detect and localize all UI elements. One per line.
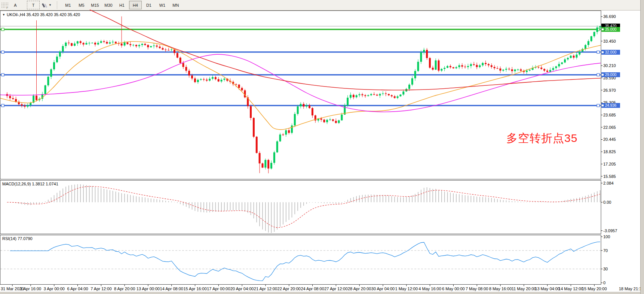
hline-box-marker bbox=[602, 28, 604, 30]
hline-marker[interactable] bbox=[597, 51, 599, 54]
time-label: 14 May 12:00 bbox=[558, 287, 583, 291]
time-label: 27 Apr 12:00 bbox=[324, 287, 347, 291]
time-label: 1 May 12:00 bbox=[395, 287, 418, 291]
window-bottom-strip bbox=[0, 292, 644, 294]
time-label: 28 Apr 20:00 bbox=[348, 287, 371, 291]
hline-box-marker bbox=[602, 51, 604, 53]
chart-text-annotation[interactable]: 多空转折点35 bbox=[506, 131, 577, 146]
time-label: 15 May 20:00 bbox=[582, 287, 607, 291]
symbol-header[interactable]: ▼UKOil-,H4 35.420 35.420 35.420 35.420 bbox=[2, 12, 80, 17]
time-label: 7 May 08:00 bbox=[466, 287, 488, 291]
symbol-dropdown-icon[interactable]: ▼ bbox=[2, 13, 5, 16]
time-label: 8 May 16:00 bbox=[489, 287, 512, 291]
hline-marker[interactable] bbox=[1, 51, 4, 54]
price-tick: 17.205 bbox=[603, 162, 616, 166]
rsi-line bbox=[10, 242, 600, 281]
price-tick: 33.450 bbox=[603, 39, 616, 43]
time-label: 13 May 04:00 bbox=[535, 287, 560, 291]
price-tick: 23.685 bbox=[603, 113, 616, 117]
candles bbox=[6, 16, 601, 173]
ma-fast-orange bbox=[0, 42, 601, 130]
hline-box-marker bbox=[602, 74, 604, 76]
price-tick: 15.585 bbox=[603, 174, 616, 179]
time-label: 6 Apr 04:00 bbox=[67, 287, 88, 291]
time-label: 4 May 16:00 bbox=[418, 287, 441, 291]
time-label: 20 Apr 04:00 bbox=[230, 287, 254, 291]
time-label: 22 Apr 20:00 bbox=[277, 287, 301, 291]
macd-tick: 0.00 bbox=[603, 200, 611, 204]
price-box-35.000: 35.000 bbox=[601, 27, 620, 32]
time-label: 6 May 00:00 bbox=[442, 287, 465, 291]
time-label: 8 Apr 20:00 bbox=[114, 287, 135, 291]
time-label: 7 Apr 12:00 bbox=[91, 287, 111, 291]
macd-signal-line bbox=[7, 187, 600, 228]
price-tick: 26.970 bbox=[603, 88, 616, 93]
price-tick: 30.210 bbox=[603, 63, 616, 68]
mt4-terminal: F A T ▼ M1 M5 M15 M30 H1 H4 D1 W1 MN ▼UK… bbox=[0, 0, 644, 294]
time-label: 30 Apr 04:00 bbox=[371, 287, 395, 291]
time-label: 21 Apr 12:00 bbox=[254, 287, 277, 291]
macd-label: MACD(12,26,9) 1.3812 1.0741 bbox=[2, 182, 58, 186]
price-tick: 20.445 bbox=[603, 137, 616, 142]
price-box-29.000: 29.000 bbox=[601, 72, 620, 77]
price-tick: 18.825 bbox=[603, 149, 616, 154]
rsi-tick: 100 bbox=[603, 234, 610, 239]
time-label: 17 Apr 00:00 bbox=[207, 287, 230, 291]
chart-canvas[interactable] bbox=[0, 0, 644, 294]
hline-marker[interactable] bbox=[597, 73, 599, 76]
rsi-tick: 70 bbox=[603, 248, 608, 253]
time-label: 1 Apr 16:00 bbox=[20, 287, 41, 291]
hline-marker[interactable] bbox=[1, 104, 4, 107]
rsi-label: RSI(14) 77.0790 bbox=[2, 236, 33, 241]
hline-marker[interactable] bbox=[1, 73, 4, 76]
price-box-24.936: 24.936 bbox=[601, 103, 620, 108]
time-label: 24 Apr 08:00 bbox=[301, 287, 324, 291]
rsi-tick: 30 bbox=[603, 267, 608, 271]
time-label: 14 Apr 08:00 bbox=[160, 287, 183, 291]
time-label: 3 Apr 00:00 bbox=[44, 287, 65, 291]
macd-tick: 2.084 bbox=[603, 181, 614, 185]
hline-box-marker bbox=[602, 104, 604, 106]
rsi-tick: 0 bbox=[603, 281, 605, 285]
price-box-32.000: 32.000 bbox=[601, 50, 620, 55]
time-label: 15 Apr 16:00 bbox=[183, 287, 206, 291]
window-scrollbar-strip[interactable] bbox=[640, 0, 644, 294]
macd-histogram bbox=[7, 184, 600, 233]
price-tick: 22.065 bbox=[603, 125, 616, 130]
hline-marker[interactable] bbox=[597, 104, 599, 107]
symbol-ohlc-text: UKOil-,H4 35.420 35.420 35.420 35.420 bbox=[7, 12, 80, 17]
time-label: 11 May 20:00 bbox=[512, 287, 536, 291]
price-tick: 36.690 bbox=[603, 14, 616, 19]
hline-marker[interactable] bbox=[1, 28, 4, 31]
macd-tick: -3.0957 bbox=[603, 228, 617, 233]
time-label: 13 Apr 00:00 bbox=[137, 287, 160, 291]
